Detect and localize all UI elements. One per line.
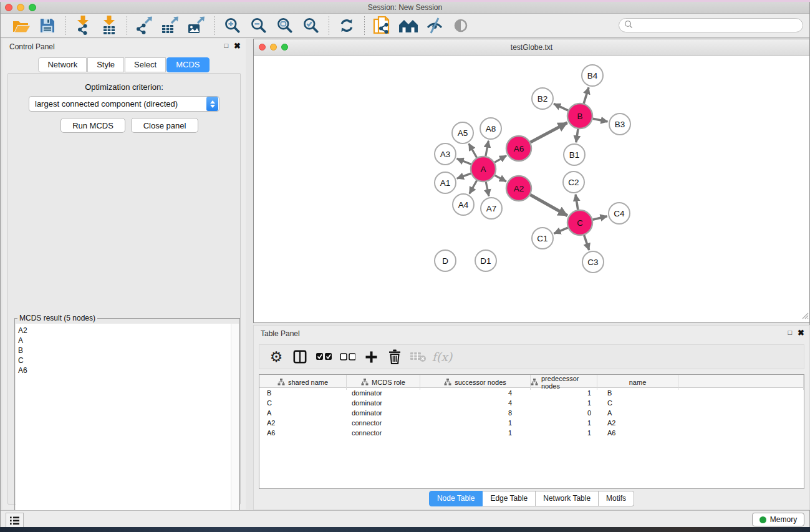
result-item[interactable]: A2	[18, 326, 231, 336]
home-icon[interactable]	[397, 15, 420, 36]
network-minimize-button[interactable]	[270, 44, 277, 51]
graph-edge-B-B2[interactable]	[554, 104, 568, 110]
table-row[interactable]: Cdominator41C	[259, 398, 804, 408]
table-row[interactable]: Adominator80A	[259, 408, 804, 418]
graph-edge-B-B4[interactable]	[584, 87, 589, 104]
graph-node-A[interactable]: A	[471, 157, 496, 181]
add-row-icon[interactable]	[360, 347, 382, 367]
graph-edge-A-A2[interactable]	[494, 175, 506, 181]
network-view[interactable]: B4B2BB3A8A5A6A3B1AA1C2A2A4A7C4CC1DD1C3	[254, 56, 809, 322]
network-zoom-button[interactable]	[281, 44, 288, 51]
table-row[interactable]: A6connector11A6	[259, 428, 804, 438]
graph-node-C3[interactable]: C3	[582, 251, 604, 273]
new-network-from-selection-icon[interactable]	[371, 15, 393, 36]
float-panel-icon[interactable]: □	[224, 42, 228, 49]
close-panel-button[interactable]: Close panel	[131, 118, 198, 133]
graph-edge-A-A3[interactable]	[457, 158, 471, 164]
close-panel-icon[interactable]: ✖	[234, 42, 241, 50]
search-box[interactable]	[619, 18, 803, 32]
graph-node-B3[interactable]: B3	[609, 114, 630, 135]
show-columns-icon[interactable]	[289, 347, 311, 367]
graph-node-A5[interactable]: A5	[452, 122, 473, 143]
zoom-out-icon[interactable]	[248, 15, 270, 36]
graph-node-D[interactable]: D	[435, 250, 456, 271]
graph-edge-A-A5[interactable]	[469, 143, 477, 157]
table-cell: 4	[420, 398, 531, 408]
graph-node-A4[interactable]: A4	[453, 194, 474, 215]
close-window-button[interactable]	[5, 4, 12, 11]
deselect-all-checks-icon[interactable]	[337, 347, 358, 367]
graph-node-B[interactable]: B	[567, 104, 592, 128]
tab-style[interactable]: Style	[87, 57, 124, 72]
run-mcds-button[interactable]: Run MCDS	[60, 118, 125, 133]
open-icon[interactable]	[10, 15, 32, 36]
graph-node-A3[interactable]: A3	[435, 143, 456, 165]
memory-button[interactable]: Memory	[752, 513, 804, 526]
tab-edge-table[interactable]: Edge Table	[483, 491, 536, 506]
import-network-icon[interactable]	[72, 15, 94, 36]
result-item[interactable]: C	[18, 355, 231, 365]
graph-node-A2[interactable]: A2	[506, 176, 531, 201]
tab-node-table[interactable]: Node Table	[429, 491, 483, 506]
float-table-panel-icon[interactable]: □	[788, 329, 792, 336]
table-row[interactable]: A2connector11A2	[259, 418, 804, 428]
result-item[interactable]: A6	[18, 365, 231, 375]
graph-node-B2[interactable]: B2	[532, 88, 553, 109]
graph-node-A7[interactable]: A7	[481, 198, 502, 219]
result-item[interactable]: B	[18, 346, 231, 355]
graph-edge-C-C4[interactable]	[592, 216, 607, 220]
graph-node-B1[interactable]: B1	[564, 144, 585, 165]
graph-node-C[interactable]: C	[567, 210, 592, 235]
select-all-checks-icon[interactable]	[313, 347, 334, 367]
delete-rows-icon[interactable]	[384, 347, 405, 367]
refresh-icon[interactable]	[335, 15, 358, 36]
graph-edge-B-B3[interactable]	[593, 118, 608, 122]
zoom-in-icon[interactable]	[221, 15, 244, 36]
result-item[interactable]: A	[18, 336, 231, 346]
tab-network[interactable]: Network	[38, 57, 87, 72]
export-image-icon[interactable]	[186, 15, 208, 36]
graph-node-B4[interactable]: B4	[582, 65, 603, 86]
tab-select[interactable]: Select	[125, 57, 166, 72]
zoom-fit-icon[interactable]	[274, 15, 296, 36]
graph-node-A1[interactable]: A1	[435, 172, 456, 193]
save-icon[interactable]	[36, 15, 59, 36]
graph-edge-A-A7[interactable]	[486, 182, 489, 196]
task-history-button[interactable]	[6, 513, 24, 528]
graph-node-A8[interactable]: A8	[480, 118, 501, 139]
close-table-panel-icon[interactable]: ✖	[798, 329, 804, 337]
graph-edge-A6-B[interactable]	[531, 123, 567, 142]
hide-selected-icon[interactable]	[423, 15, 446, 36]
zoom-selected-icon[interactable]	[300, 15, 322, 36]
optimization-criterion-select[interactable]: largest connected component (directed)	[29, 96, 219, 112]
search-input[interactable]	[633, 21, 789, 30]
settings-gear-icon[interactable]: ⚙	[266, 347, 287, 367]
graph-node-C2[interactable]: C2	[563, 172, 584, 193]
zoom-window-button[interactable]	[29, 4, 36, 11]
graph-edge-B-B1[interactable]	[576, 129, 578, 142]
result-scrollbar[interactable]	[231, 324, 239, 530]
export-network-icon[interactable]	[133, 15, 156, 36]
graph-edge-C-C2[interactable]	[576, 195, 578, 210]
graph-node-A6[interactable]: A6	[506, 136, 531, 161]
tab-motifs[interactable]: Motifs	[599, 491, 634, 506]
graph-edge-A-A1[interactable]	[457, 173, 471, 178]
graph-node-C4[interactable]: C4	[609, 203, 630, 224]
graph-edge-A2-C[interactable]	[530, 195, 567, 215]
import-table-icon[interactable]	[98, 15, 120, 36]
show-all-icon[interactable]	[450, 15, 472, 36]
tab-mcds[interactable]: MCDS	[166, 57, 209, 72]
graph-edge-C-C1[interactable]	[554, 228, 567, 233]
minimize-window-button[interactable]	[17, 4, 24, 11]
network-close-button[interactable]	[259, 44, 266, 51]
export-table-icon[interactable]	[160, 15, 182, 36]
graph-edge-A-A4[interactable]	[470, 180, 477, 193]
graph-edge-A-A8[interactable]	[486, 141, 489, 157]
graph-node-D1[interactable]: D1	[475, 250, 496, 271]
graph-node-C1[interactable]: C1	[532, 228, 553, 249]
graph-edge-A-A6[interactable]	[494, 156, 506, 163]
tab-network-table[interactable]: Network Table	[536, 491, 599, 506]
graph-edge-C-C3[interactable]	[584, 235, 589, 250]
resize-grip[interactable]	[802, 311, 809, 322]
sort-hierarchy-icon	[361, 379, 369, 387]
